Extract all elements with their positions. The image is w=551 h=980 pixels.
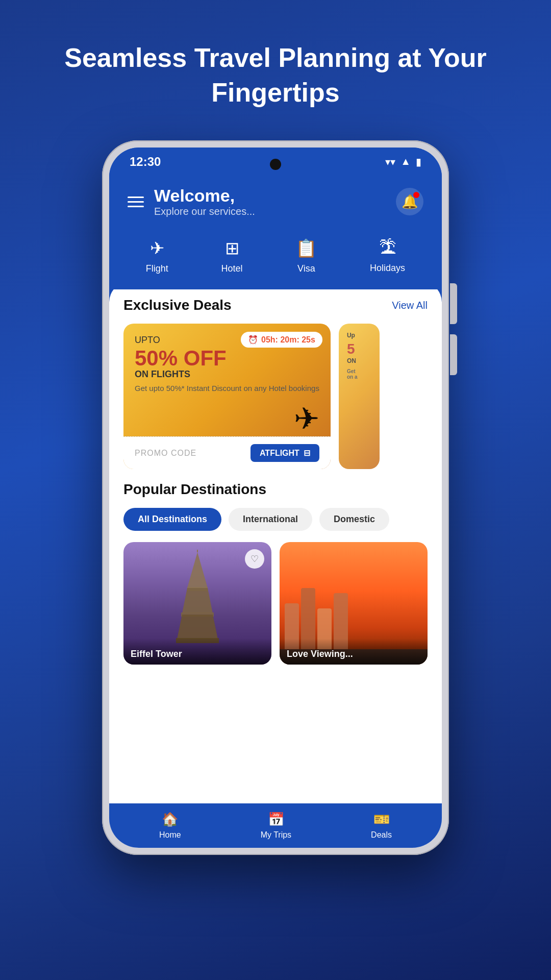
eiffel-tower-svg bbox=[167, 547, 228, 649]
deal-percent: 50% OFF bbox=[135, 348, 319, 369]
welcome-text: Welcome, bbox=[154, 186, 255, 206]
deal-on-text: ON FLIGHTS bbox=[135, 369, 319, 380]
eiffel-tower-name: Eiffel Tower bbox=[123, 639, 271, 665]
view-all-button[interactable]: View All bbox=[392, 300, 428, 311]
timer-value: 05h: 20m: 25s bbox=[261, 335, 315, 345]
service-tabs: ✈ Flight ⊞ Hotel 📋 Visa 🏝 Holidays bbox=[109, 233, 442, 289]
airplane-icon: ✈ bbox=[294, 401, 319, 436]
nav-deals[interactable]: 🎫 Deals bbox=[371, 812, 392, 840]
content-area: Exclusive Deals View All ⏰ 05h: 20m: 25s… bbox=[109, 289, 442, 848]
filter-international[interactable]: International bbox=[229, 508, 312, 531]
destination-card-eiffel[interactable]: ♡ Eiffel Tower bbox=[123, 542, 271, 665]
deals-section-header: Exclusive Deals View All bbox=[123, 297, 428, 313]
svg-marker-4 bbox=[177, 615, 218, 639]
status-time: 12:30 bbox=[130, 155, 161, 169]
heart-button-eiffel[interactable]: ♡ bbox=[245, 549, 264, 569]
deals-icon: 🎫 bbox=[373, 812, 390, 827]
notification-dot bbox=[413, 192, 419, 198]
destination-card-love[interactable]: Love Viewing... bbox=[280, 542, 428, 665]
my-trips-label: My Trips bbox=[261, 830, 291, 840]
phone-screen: 12:30 ▾▾ ▲ ▮ Welcome, Explore our servic… bbox=[109, 148, 442, 848]
status-bar: 12:30 ▾▾ ▲ ▮ bbox=[109, 148, 442, 176]
holidays-label: Holidays bbox=[370, 263, 405, 274]
deals-label: Deals bbox=[371, 830, 392, 840]
notification-bell-button[interactable]: 🔔 bbox=[396, 188, 423, 215]
deal-card-1: ⏰ 05h: 20m: 25s UPTO 50% OFF ON FLIGHTS … bbox=[123, 324, 331, 469]
promo-code-button[interactable]: ATFLIGHT ⊟ bbox=[251, 444, 319, 462]
visa-label: Visa bbox=[297, 263, 315, 274]
promo-label: PROMO CODE bbox=[135, 449, 196, 458]
signal-icon: ▲ bbox=[400, 156, 411, 167]
bottom-navigation: 🏠 Home 📅 My Trips 🎫 Deals bbox=[109, 803, 442, 848]
service-tab-visa[interactable]: 📋 Visa bbox=[295, 238, 317, 274]
deal-card-2-preview: Up 5 ON Geton a bbox=[339, 324, 380, 388]
holidays-icon: 🏝 bbox=[379, 238, 396, 258]
deals-title: Exclusive Deals bbox=[123, 297, 232, 313]
deals-scroll: ⏰ 05h: 20m: 25s UPTO 50% OFF ON FLIGHTS … bbox=[123, 324, 428, 469]
wifi-icon: ▾▾ bbox=[385, 156, 395, 168]
deal-description: Get upto 50%* Instant Discount on any Ho… bbox=[135, 384, 319, 393]
visa-icon: 📋 bbox=[295, 238, 317, 258]
header-left: Welcome, Explore our services... bbox=[128, 186, 255, 217]
home-label: Home bbox=[159, 830, 181, 840]
flight-icon: ✈ bbox=[150, 238, 164, 258]
hotel-icon: ⊞ bbox=[225, 238, 239, 258]
camera-cutout bbox=[270, 159, 281, 170]
filter-domestic[interactable]: Domestic bbox=[319, 508, 389, 531]
deal-card-2: Up 5 ON Geton a bbox=[339, 324, 380, 469]
app-header: Welcome, Explore our services... 🔔 bbox=[109, 176, 442, 233]
hamburger-menu-icon[interactable] bbox=[128, 197, 144, 207]
destinations-grid: ♡ Eiffel Tower bbox=[123, 542, 428, 665]
destination-filters: All Destinations International Domestic bbox=[123, 508, 428, 531]
service-tab-flight[interactable]: ✈ Flight bbox=[146, 238, 168, 274]
phone-frame: 12:30 ▾▾ ▲ ▮ Welcome, Explore our servic… bbox=[102, 140, 449, 855]
status-icons: ▾▾ ▲ ▮ bbox=[385, 156, 421, 168]
nav-home[interactable]: 🏠 Home bbox=[159, 812, 181, 840]
destinations-section: Popular Destinations All Destinations In… bbox=[123, 481, 428, 665]
flight-label: Flight bbox=[146, 263, 168, 274]
destinations-title: Popular Destinations bbox=[123, 481, 428, 498]
filter-all-destinations[interactable]: All Destinations bbox=[123, 508, 221, 531]
header-text: Welcome, Explore our services... bbox=[154, 186, 255, 217]
svg-marker-2 bbox=[182, 588, 213, 614]
promo-code-value: ATFLIGHT bbox=[260, 449, 299, 458]
white-content: Exclusive Deals View All ⏰ 05h: 20m: 25s… bbox=[109, 289, 442, 848]
love-viewing-name: Love Viewing... bbox=[280, 639, 428, 665]
deal-plane-visual: ✈ bbox=[135, 401, 319, 436]
service-tab-holidays[interactable]: 🏝 Holidays bbox=[370, 238, 405, 274]
promo-bar: PROMO CODE ATFLIGHT ⊟ bbox=[123, 436, 331, 469]
hotel-label: Hotel bbox=[221, 263, 243, 274]
nav-my-trips[interactable]: 📅 My Trips bbox=[261, 812, 291, 840]
page-title: Seamless Travel Planning at Your Fingert… bbox=[0, 0, 551, 130]
copy-icon: ⊟ bbox=[304, 448, 310, 458]
deal-timer: ⏰ 05h: 20m: 25s bbox=[241, 332, 322, 348]
battery-icon: ▮ bbox=[416, 156, 421, 168]
svg-marker-0 bbox=[187, 552, 208, 588]
explore-subtitle: Explore our services... bbox=[154, 206, 255, 217]
home-icon: 🏠 bbox=[162, 812, 178, 827]
service-tab-hotel[interactable]: ⊞ Hotel bbox=[221, 238, 243, 274]
my-trips-icon: 📅 bbox=[268, 812, 284, 827]
